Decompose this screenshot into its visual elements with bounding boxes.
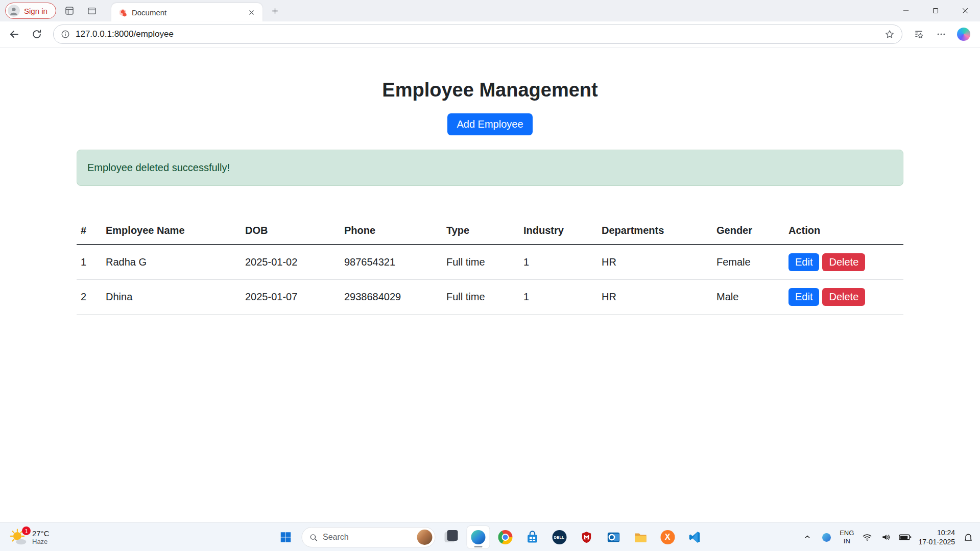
- page-title: Employee Management: [0, 47, 980, 101]
- col-header-departments: Departments: [597, 220, 712, 245]
- vscode-icon[interactable]: [683, 526, 706, 548]
- cell-phone: 987654321: [340, 245, 442, 280]
- language-indicator[interactable]: ENG IN: [839, 529, 855, 546]
- favorites-icon[interactable]: [909, 24, 929, 44]
- wifi-icon[interactable]: [861, 528, 874, 546]
- table-row: 1 Radha G 2025-01-02 987654321 Full time…: [77, 245, 903, 280]
- edit-button[interactable]: Edit: [788, 288, 819, 306]
- cell-dob: 2025-01-07: [241, 280, 340, 315]
- system-tray: ENG IN 10:24 17-01-2025: [801, 523, 975, 551]
- tray-chevron-up-icon[interactable]: [801, 528, 814, 546]
- cell-departments: HR: [597, 280, 712, 315]
- browser-toolbar: 127.0.0.1:8000/employee: [0, 21, 980, 47]
- col-header-gender: Gender: [712, 220, 784, 245]
- sign-in-button[interactable]: Sign in: [5, 3, 56, 19]
- tray-hidden-app-icon[interactable]: [820, 528, 833, 546]
- col-header-industry: Industry: [519, 220, 597, 245]
- add-employee-button[interactable]: Add Employee: [447, 113, 532, 135]
- cell-action: EditDelete: [784, 245, 903, 280]
- chrome-taskbar-icon[interactable]: [494, 526, 516, 548]
- col-header-index: #: [77, 220, 102, 245]
- col-header-action: Action: [784, 220, 903, 245]
- tab-actions-icon[interactable]: [83, 2, 101, 20]
- url-host: 127.0.0.1: [76, 29, 112, 39]
- browser-window: Sign in Document: [0, 0, 980, 551]
- search-placeholder: Search: [323, 533, 412, 542]
- weather-widget[interactable]: 1 27°C Haze: [4, 523, 55, 551]
- dell-app-icon[interactable]: DELL: [548, 526, 570, 548]
- url-path: :8000/employee: [112, 29, 174, 39]
- cell-industry: 1: [519, 245, 597, 280]
- maximize-button[interactable]: [921, 0, 950, 21]
- weather-temp: 27°C: [32, 529, 50, 538]
- refresh-button[interactable]: [27, 24, 47, 44]
- clock[interactable]: 10:24 17-01-2025: [917, 528, 956, 546]
- search-highlight-image[interactable]: [417, 530, 432, 545]
- notification-badge: 1: [22, 526, 31, 535]
- workspaces-icon[interactable]: [60, 2, 79, 20]
- profile-avatar-icon: [8, 5, 20, 17]
- copilot-icon[interactable]: [953, 24, 974, 44]
- col-header-name: Employee Name: [102, 220, 241, 245]
- table-header-row: # Employee Name DOB Phone Type Industry …: [77, 220, 903, 245]
- success-alert: Employee deleted successfully!: [77, 150, 903, 186]
- url-text[interactable]: 127.0.0.1:8000/employee: [76, 29, 174, 39]
- delete-button[interactable]: Delete: [822, 288, 865, 306]
- col-header-phone: Phone: [340, 220, 442, 245]
- microsoft-store-icon[interactable]: [521, 526, 543, 548]
- col-header-dob: DOB: [241, 220, 340, 245]
- tab-title: Document: [132, 8, 241, 17]
- file-explorer-icon[interactable]: [629, 526, 652, 548]
- browser-tab-strip: Sign in Document: [0, 0, 980, 21]
- xampp-icon[interactable]: X: [656, 526, 679, 548]
- cell-name: Dhina: [102, 280, 241, 315]
- tab-close-icon[interactable]: [245, 6, 258, 19]
- table-row: 2 Dhina 2025-01-07 2938684029 Full time …: [77, 280, 903, 315]
- weather-condition: Haze: [32, 538, 50, 545]
- battery-icon[interactable]: [898, 528, 912, 546]
- col-header-type: Type: [442, 220, 519, 245]
- tab-favicon-icon: [118, 8, 127, 17]
- cell-dob: 2025-01-02: [241, 245, 340, 280]
- favorite-star-icon[interactable]: [885, 29, 895, 39]
- back-button[interactable]: [4, 24, 25, 44]
- mcafee-icon[interactable]: [575, 526, 597, 548]
- start-button[interactable]: [274, 526, 297, 548]
- window-controls: [891, 0, 980, 21]
- browser-tab-document[interactable]: Document: [111, 3, 262, 21]
- page-content: Employee Management Add Employee Employe…: [0, 47, 980, 522]
- edit-button[interactable]: Edit: [788, 253, 819, 271]
- employee-table: # Employee Name DOB Phone Type Industry …: [77, 220, 903, 315]
- date-text: 17-01-2025: [918, 537, 955, 546]
- edge-taskbar-icon[interactable]: [467, 526, 489, 548]
- delete-button[interactable]: Delete: [822, 253, 865, 271]
- minimize-button[interactable]: [891, 0, 921, 21]
- cell-gender: Female: [712, 245, 784, 280]
- taskbar-center: Search DELL X: [274, 523, 706, 551]
- sign-in-label: Sign in: [24, 7, 47, 15]
- close-button[interactable]: [950, 0, 980, 21]
- search-icon: [309, 533, 318, 542]
- address-bar[interactable]: 127.0.0.1:8000/employee: [53, 25, 902, 44]
- cell-index: 2: [77, 280, 102, 315]
- task-view-icon[interactable]: [440, 526, 462, 548]
- cell-type: Full time: [442, 245, 519, 280]
- cell-phone: 2938684029: [340, 280, 442, 315]
- notification-bell-icon[interactable]: [962, 528, 975, 546]
- cell-industry: 1: [519, 280, 597, 315]
- cell-gender: Male: [712, 280, 784, 315]
- new-tab-button[interactable]: [267, 2, 284, 19]
- volume-icon[interactable]: [879, 528, 893, 546]
- cell-departments: HR: [597, 245, 712, 280]
- taskbar-search[interactable]: Search: [301, 527, 435, 547]
- outlook-icon[interactable]: [602, 526, 625, 548]
- cell-type: Full time: [442, 280, 519, 315]
- site-info-icon[interactable]: [61, 30, 70, 39]
- more-options-icon[interactable]: [931, 24, 951, 44]
- cell-action: EditDelete: [784, 280, 903, 315]
- cell-name: Radha G: [102, 245, 241, 280]
- cell-index: 1: [77, 245, 102, 280]
- time-text: 10:24: [918, 528, 955, 537]
- taskbar: 1 27°C Haze Search: [0, 522, 980, 551]
- weather-sun-icon: 1: [9, 528, 28, 546]
